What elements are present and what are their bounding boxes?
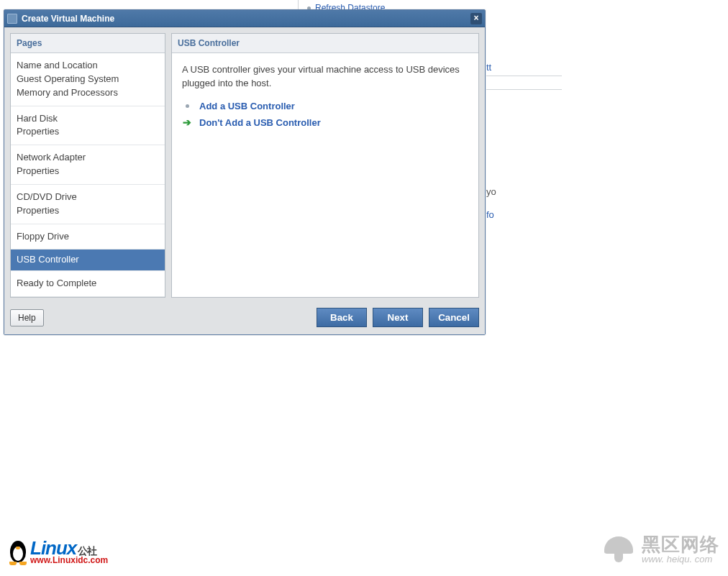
arrow-right-icon: ➔: [182, 117, 192, 127]
page-item: Properties: [17, 204, 159, 218]
bg-clip-tt: tt: [486, 62, 491, 73]
content-description: A USB controller gives your virtual mach…: [182, 63, 468, 91]
page-item: Properties: [17, 165, 159, 178]
page-item: Floppy Drive: [17, 230, 159, 244]
dialog-footer: Help Back Next Cancel: [4, 303, 485, 334]
page-item: Properties: [17, 125, 159, 139]
option-dont-add-label: Don't Add a USB Controller: [199, 117, 321, 128]
page-item: Ready to Complete: [17, 277, 159, 291]
create-vm-dialog: Create Virtual Machine × Pages Name and …: [4, 9, 486, 335]
option-add-usb[interactable]: Add a USB Controller: [182, 98, 468, 114]
page-item: Guest Operating System: [17, 73, 159, 86]
bullet-icon: [182, 104, 192, 108]
page-item: Memory and Processors: [17, 86, 159, 100]
page-item: CD/DVD Drive: [17, 191, 159, 204]
dialog-title: Create Virtual Machine: [22, 14, 114, 24]
close-icon[interactable]: ×: [470, 13, 482, 24]
page-group-name-location[interactable]: Name and Location Guest Operating System…: [11, 53, 165, 106]
page-group-network[interactable]: Network Adapter Properties: [11, 145, 165, 185]
page-group-hard-disk[interactable]: Hard Disk Properties: [11, 106, 165, 146]
watermark-left-url: www.Linuxidc.com: [30, 556, 108, 564]
content-header: USB Controller: [172, 34, 478, 53]
page-item: Name and Location: [17, 59, 159, 73]
pages-header: Pages: [11, 34, 165, 53]
page-group-floppy[interactable]: Floppy Drive: [11, 224, 165, 250]
watermark-linuxidc: Linux公社 www.Linuxidc.com: [7, 538, 108, 565]
bg-clip-fo: fo: [486, 209, 494, 220]
watermark-heiqu: 黑区网络 www. heiqu. com: [603, 534, 719, 565]
vm-icon: [7, 14, 17, 24]
cancel-button[interactable]: Cancel: [429, 308, 479, 327]
page-item: USB Controller: [17, 253, 159, 267]
penguin-icon: [7, 538, 29, 565]
page-group-usb[interactable]: USB Controller: [11, 250, 165, 271]
watermark-right-en: www. heiqu. com: [642, 554, 719, 564]
back-button[interactable]: Back: [317, 308, 367, 327]
bg-divider-2: [486, 89, 562, 90]
mushroom-icon: [603, 534, 634, 565]
pages-list: Name and Location Guest Operating System…: [11, 53, 165, 297]
bg-divider: [486, 76, 562, 76]
help-button[interactable]: Help: [10, 309, 44, 326]
content-panel: USB Controller A USB controller gives yo…: [171, 33, 479, 298]
next-button[interactable]: Next: [373, 308, 423, 327]
option-add-label: Add a USB Controller: [199, 101, 295, 111]
page-group-cddvd[interactable]: CD/DVD Drive Properties: [11, 185, 165, 224]
page-group-ready[interactable]: Ready to Complete: [11, 271, 165, 297]
page-item: Network Adapter: [17, 151, 159, 165]
page-item: Hard Disk: [17, 112, 159, 126]
option-dont-add-usb[interactable]: ➔ Don't Add a USB Controller: [182, 114, 468, 131]
titlebar[interactable]: Create Virtual Machine ×: [4, 10, 485, 27]
watermark-right-cn: 黑区网络: [642, 534, 719, 555]
pages-panel: Pages Name and Location Guest Operating …: [10, 33, 165, 298]
bg-clip-yo: yo: [486, 186, 496, 197]
